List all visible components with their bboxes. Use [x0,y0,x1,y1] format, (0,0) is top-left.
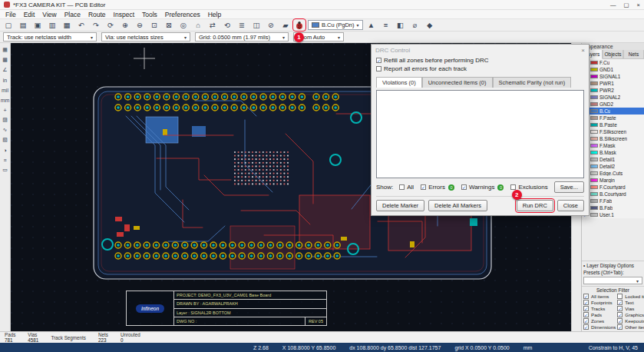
layer-color-swatch[interactable] [590,158,598,161]
layer-row[interactable]: GND1 [582,66,644,73]
selection-filter-checkbox[interactable]: Locked items [617,294,644,299]
3d-viewer-icon[interactable]: ▲ [366,20,377,30]
close-dialog-button[interactable]: Close [557,200,584,211]
refresh-icon[interactable]: ⟳ [105,20,116,30]
minimize-button[interactable]: — [610,2,616,8]
layer-color-swatch[interactable] [590,75,598,78]
footprint-editor-icon[interactable]: ⌂ [193,20,203,30]
drc-tab[interactable]: Unconnected Items (0) [422,77,493,88]
zoom-fit-icon[interactable]: ⊡ [149,20,160,30]
layer-row[interactable]: PWR1 [582,80,644,87]
grid-dots-icon[interactable]: ▩ [1,56,9,64]
zoom-selection-icon[interactable]: ⊠ [163,20,174,30]
violations-list[interactable] [376,90,584,178]
layer-color-swatch[interactable] [590,109,598,113]
layer-row[interactable]: B.Cu [582,108,644,115]
layer-color-swatch[interactable] [590,123,598,127]
layer-color-swatch[interactable] [590,81,598,85]
grid-dropdown[interactable]: Grid: 0.0500 mm (1.97 mils) ▾ [195,32,289,42]
selection-filter-checkbox[interactable]: All items [583,294,616,299]
drc-tab[interactable]: Violations (0) [376,77,422,88]
layer-color-swatch[interactable] [590,137,598,141]
zoom-out-icon[interactable]: ⊖ [134,20,145,30]
layer-row[interactable]: F.Paste [582,115,644,121]
menu-item[interactable]: Preferences [161,11,204,18]
print-icon[interactable]: ▥ [47,20,58,30]
drc-option-checkbox[interactable]: Refill all zones before performing DRC [376,57,584,64]
layer-color-swatch[interactable] [590,206,598,210]
polar-coordinates-icon[interactable]: ∠ [1,66,9,74]
measure-icon[interactable]: ⌀ [410,20,421,30]
net-names-icon[interactable]: ≡ [1,156,9,164]
appearance-tab[interactable]: Nets [623,50,644,59]
fill-zones-icon[interactable]: ▰ [280,20,291,30]
via-size-dropdown[interactable]: Via: use netclass sizes ▾ [101,32,190,42]
units-mils-icon[interactable]: mil [1,86,9,94]
high-contrast-icon[interactable]: ◑ [1,146,9,154]
layer-row[interactable]: F.Silkscreen [582,128,644,135]
layer-color-swatch[interactable] [590,171,598,175]
zone-display-icon[interactable]: ▧ [1,136,9,144]
layer-row[interactable]: Detail2 [582,163,644,170]
undo-icon[interactable]: ↶ [76,20,87,30]
net-inspector-icon[interactable]: ◫ [251,20,262,30]
redo-icon[interactable]: ↷ [91,20,101,30]
layer-color-swatch[interactable] [590,68,598,71]
units-inches-icon[interactable]: in [1,76,9,84]
layer-row[interactable]: B.Courtyard [582,191,644,198]
layer-row[interactable]: PWR2 [582,87,644,94]
show-filter-checkbox[interactable]: Warnings 0 [461,184,504,191]
layer-row[interactable]: F.Courtyard [582,184,644,191]
selection-filter-checkbox[interactable]: Tracks [583,306,616,311]
zoom-in-icon[interactable]: ⊕ [120,20,130,30]
layer-row[interactable]: F.Mask [582,142,644,149]
menu-item[interactable]: View [38,11,60,18]
units-mm-icon[interactable]: mm [1,96,9,104]
layer-color-swatch[interactable] [590,213,598,217]
plot-icon[interactable]: ▦ [61,20,72,30]
layer-color-swatch[interactable] [590,192,598,196]
layer-color-swatch[interactable] [590,178,598,182]
drc-option-checkbox[interactable]: Report all errors for each track [376,65,584,72]
layer-color-swatch[interactable] [590,144,598,148]
scripting-console-icon[interactable]: ≡ [381,20,391,30]
curved-ratsnest-icon[interactable]: ∿ [1,126,9,134]
menu-item[interactable]: Inspect [110,11,138,18]
layer-color-swatch[interactable] [590,102,598,106]
drc-button[interactable]: 1 [294,20,305,30]
close-button[interactable]: × [637,2,640,8]
save-button[interactable]: Save... [554,181,584,193]
menu-item[interactable]: File [2,11,20,18]
appearance-tab[interactable]: Objects [603,50,623,59]
selection-filter-checkbox[interactable]: Pads [583,312,616,317]
plugins-icon[interactable]: ◆ [424,20,435,30]
layer-color-swatch[interactable] [590,151,598,154]
selection-filter-checkbox[interactable]: Footprints [583,300,616,305]
selection-filter-checkbox[interactable]: Text [617,300,644,305]
layer-row[interactable]: SIGNAL2 [582,94,644,101]
properties-icon[interactable]: ≣ [236,20,247,30]
layer-color-swatch[interactable] [590,88,598,92]
selection-filter-checkbox[interactable]: Graphics [617,312,644,317]
layer-color-swatch[interactable] [590,116,598,120]
layer-display-options[interactable]: • Layer Display Options [583,263,642,268]
update-pcb-icon[interactable]: ⇄ [207,20,218,30]
layer-color-swatch[interactable] [590,61,598,65]
ratsnest-icon[interactable]: ▨ [1,116,9,124]
cursor-shape-icon[interactable]: + [1,106,9,114]
selection-filter-checkbox[interactable]: Keepouts [617,318,644,324]
find-icon[interactable]: ◎ [178,20,189,30]
layer-row[interactable]: B.Fab [582,204,644,211]
layer-row[interactable]: Margin [582,177,644,184]
menu-item[interactable]: Help [204,11,225,18]
layer-color-swatch[interactable] [590,199,598,203]
new-board-icon[interactable]: ▢ [3,20,14,30]
open-board-icon[interactable]: ▤ [18,20,28,30]
layer-row[interactable]: GND2 [582,101,644,108]
menu-item[interactable]: Route [84,11,110,18]
layer-color-swatch[interactable] [590,95,598,99]
layer-color-swatch[interactable] [590,130,598,134]
run-drc-button[interactable]: Run DRC [517,200,553,211]
delete-marker-button[interactable]: Delete Marker [376,200,424,211]
close-icon[interactable]: × [581,47,585,54]
